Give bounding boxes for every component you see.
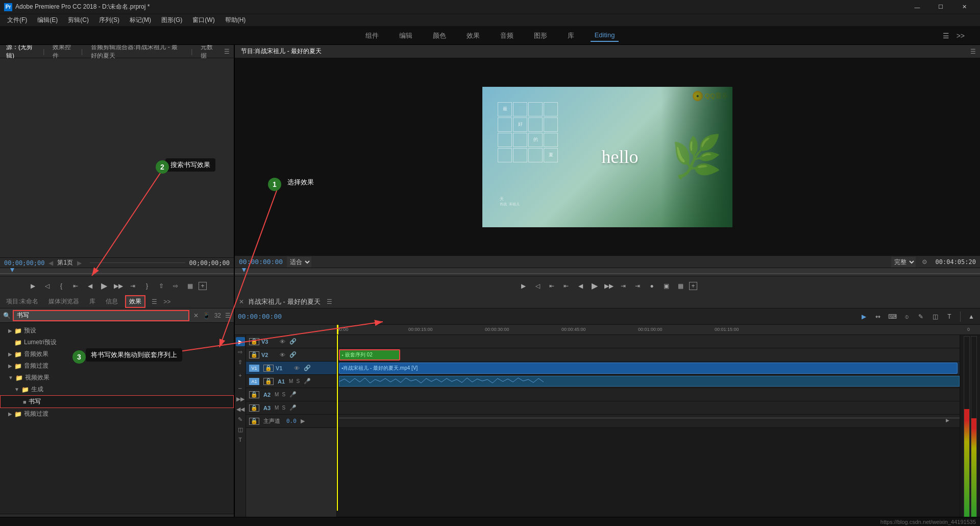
tree-item-lumetri[interactable]: 📁 Lumetri预设 — [0, 337, 234, 348]
track-row-a1[interactable] — [337, 375, 960, 388]
a3-m-btn[interactable]: M — [275, 405, 279, 411]
minimize-button[interactable]: — — [905, 0, 929, 14]
btn-export-frame[interactable]: ▦ — [184, 280, 195, 292]
a1-s-btn[interactable]: S — [296, 378, 300, 384]
menu-sequence[interactable]: 序列(S) — [95, 15, 124, 26]
master-lock[interactable]: 🔒 — [249, 418, 259, 425]
track-row-v3[interactable] — [337, 335, 960, 348]
prog-btn-6[interactable]: ▶▶ — [603, 280, 615, 292]
prog-btn-4[interactable]: ⇤ — [560, 280, 572, 292]
effects-panel-more[interactable]: >> — [163, 298, 170, 305]
prog-btn-7[interactable]: ⇥ — [618, 280, 629, 292]
track-row-master[interactable]: ▶ — [337, 415, 960, 428]
tab-program[interactable]: 节目:肖战宋祖儿 - 最好的夏天 — [239, 46, 324, 57]
ws-color[interactable]: 颜色 — [429, 29, 450, 42]
v3-lock[interactable]: 🔒 — [249, 338, 259, 345]
workspace-menu[interactable]: ☰ — [943, 32, 949, 40]
v3-link-icon[interactable]: 🔗 — [289, 338, 297, 345]
vtool-remove-track[interactable]: ⎯ — [236, 381, 245, 390]
tree-item-write-on[interactable]: ■ 书写 — [0, 395, 234, 408]
vtool-type[interactable]: T — [236, 435, 245, 444]
btn-play[interactable]: ▶ — [99, 280, 110, 292]
btn-overwrite[interactable]: ⇨ — [170, 280, 181, 292]
a1-lock[interactable]: 🔒 — [263, 378, 274, 385]
ws-components[interactable]: 组件 — [361, 29, 383, 42]
ws-editing-active[interactable]: Editing — [591, 29, 619, 42]
btn-go-in[interactable]: ⇤ — [70, 280, 81, 292]
tl-btn-razor[interactable]: ⌨ — [887, 311, 898, 322]
vtool-expand[interactable]: ▶▶ — [236, 394, 245, 403]
btn-mark-out[interactable]: ◁ — [41, 280, 53, 292]
vtool-add-track[interactable]: + — [236, 371, 245, 380]
tl-menu-icon[interactable]: ☰ — [327, 298, 332, 305]
menu-edit[interactable]: 编辑(E) — [33, 15, 62, 26]
a3-mic-icon[interactable]: 🎤 — [289, 404, 297, 411]
btn-go-out[interactable]: ⇥ — [127, 280, 138, 292]
track-row-v2[interactable]: ▪ 嵌套序列 02 — [337, 348, 960, 362]
btn-insert[interactable]: ⇧ — [156, 280, 167, 292]
prog-btn-8[interactable]: ⇥ — [632, 280, 643, 292]
vtool-overwrite[interactable]: ⇧ — [236, 357, 245, 367]
a2-s-btn[interactable]: S — [282, 392, 285, 397]
workspace-more[interactable]: >> — [957, 32, 965, 40]
a1-mic-icon[interactable]: 🎤 — [304, 378, 311, 385]
a1-select-box[interactable]: A1 — [249, 378, 259, 385]
tab-library[interactable]: 库 — [86, 296, 99, 307]
tab-info[interactable]: 信息 — [103, 296, 121, 307]
v1-lock[interactable]: 🔒 — [263, 365, 274, 372]
maximize-button[interactable]: ☐ — [929, 0, 952, 14]
menu-clip[interactable]: 剪辑(C) — [64, 15, 93, 26]
vtool-pen[interactable]: ✎ — [236, 415, 245, 424]
menu-help[interactable]: 帮助(H) — [221, 15, 250, 26]
ws-editing[interactable]: 编辑 — [395, 29, 416, 42]
v2-eye-icon[interactable]: 👁 — [280, 352, 285, 358]
program-fit-select[interactable]: 适合 — [287, 257, 311, 267]
source-scrubbar[interactable] — [0, 268, 234, 276]
track-row-v1[interactable]: ▪ 肖战宋祖儿 - 最好的夏天.mp4 [V] — [337, 362, 960, 375]
menu-file[interactable]: 文件(F) — [3, 15, 31, 26]
tab-project[interactable]: 项目:未命名 — [3, 296, 41, 307]
vtool-insert[interactable]: ⇨ — [236, 347, 245, 356]
track-row-a3[interactable] — [337, 401, 960, 415]
clip-audio-wave[interactable] — [339, 376, 960, 387]
tl-btn-add-marker[interactable]: ▲ — [966, 311, 977, 322]
vtool-select[interactable]: ▶ — [236, 337, 245, 346]
a1-m-btn[interactable]: M — [289, 378, 293, 384]
program-settings-icon[interactable]: ⚙ — [922, 258, 927, 266]
menu-graphics[interactable]: 图形(G) — [157, 15, 186, 26]
prog-btn-10[interactable]: ▣ — [660, 280, 672, 292]
tl-btn-text[interactable]: T — [944, 311, 955, 322]
a3-s-btn[interactable]: S — [282, 405, 285, 411]
prog-btn-3[interactable]: ⇤ — [546, 280, 557, 292]
search-btn1[interactable]: 📱 — [203, 312, 210, 319]
effects-search-input[interactable] — [13, 310, 189, 321]
tab-media-browser[interactable]: 媒体浏览器 — [45, 296, 82, 307]
master-expand[interactable]: ▶ — [301, 418, 305, 424]
vtool-collapse[interactable]: ◀◀ — [236, 404, 245, 414]
tl-btn-hand[interactable]: ◫ — [929, 311, 941, 322]
a3-lock[interactable]: 🔒 — [249, 404, 259, 412]
program-scrubbar[interactable] — [235, 268, 980, 276]
prog-play-btn[interactable]: ▶ — [589, 280, 600, 292]
tree-item-audio-effects[interactable]: ▶ 📁 音频效果 — [0, 348, 234, 360]
a2-mic-icon[interactable]: 🎤 — [289, 391, 297, 398]
tl-close-icon[interactable]: ✕ — [239, 298, 244, 305]
v1-link-icon[interactable]: 🔗 — [304, 365, 311, 371]
menu-marker[interactable]: 标记(M) — [126, 15, 155, 26]
menu-window[interactable]: 窗口(W) — [188, 15, 218, 26]
close-button[interactable]: ✕ — [952, 0, 976, 14]
search-btn3[interactable]: ☰ — [225, 312, 231, 319]
track-row-a2[interactable] — [337, 388, 960, 401]
prog-btn-11[interactable]: ▦ — [675, 280, 686, 292]
ws-graphics[interactable]: 图形 — [530, 29, 551, 42]
tree-item-presets[interactable]: ▶ 📁 预设 — [0, 325, 234, 337]
ws-audio[interactable]: 音频 — [496, 29, 518, 42]
program-panel-menu-icon[interactable]: ☰ — [970, 48, 976, 55]
tree-item-audio-trans[interactable]: ▶ 📁 音频过渡 — [0, 360, 234, 372]
prog-btn-2[interactable]: ◁ — [532, 280, 543, 292]
effects-panel-menu[interactable]: ☰ — [152, 298, 157, 305]
tree-item-generate[interactable]: ▼ 📁 生成 — [0, 384, 234, 395]
btn-step-fwd[interactable]: ▶▶ — [113, 280, 124, 292]
program-quality-select[interactable]: 完整 — [891, 257, 916, 267]
a2-m-btn[interactable]: M — [275, 392, 279, 397]
